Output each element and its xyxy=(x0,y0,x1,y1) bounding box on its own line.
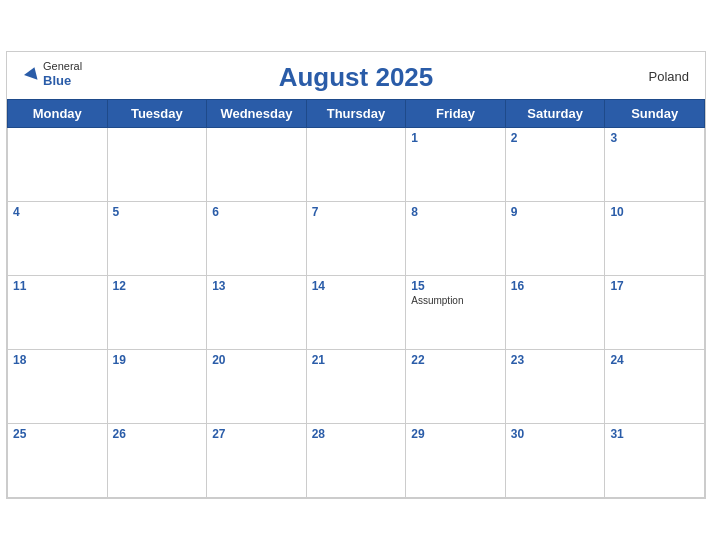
table-row: 20 xyxy=(207,350,307,424)
table-row: 8 xyxy=(406,202,506,276)
day-number: 10 xyxy=(610,205,699,219)
table-row: 27 xyxy=(207,424,307,498)
day-number: 14 xyxy=(312,279,401,293)
table-row: 24 xyxy=(605,350,705,424)
table-row: 25 xyxy=(8,424,108,498)
day-number: 16 xyxy=(511,279,600,293)
table-row xyxy=(107,128,207,202)
calendar-title: August 2025 xyxy=(279,62,434,93)
table-row: 18 xyxy=(8,350,108,424)
calendar-week-row: 45678910 xyxy=(8,202,705,276)
day-number: 24 xyxy=(610,353,699,367)
table-row: 9 xyxy=(505,202,605,276)
day-number: 3 xyxy=(610,131,699,145)
calendar-week-row: 1112131415Assumption1617 xyxy=(8,276,705,350)
table-row: 1 xyxy=(406,128,506,202)
day-number: 21 xyxy=(312,353,401,367)
weekday-tuesday: Tuesday xyxy=(107,100,207,128)
day-number: 22 xyxy=(411,353,500,367)
day-number: 19 xyxy=(113,353,202,367)
weekday-saturday: Saturday xyxy=(505,100,605,128)
weekday-wednesday: Wednesday xyxy=(207,100,307,128)
table-row: 31 xyxy=(605,424,705,498)
table-row: 15Assumption xyxy=(406,276,506,350)
svg-marker-0 xyxy=(24,65,41,80)
table-row xyxy=(207,128,307,202)
calendar-table: Monday Tuesday Wednesday Thursday Friday… xyxy=(7,99,705,498)
day-number: 6 xyxy=(212,205,301,219)
day-number: 17 xyxy=(610,279,699,293)
table-row: 22 xyxy=(406,350,506,424)
day-number: 13 xyxy=(212,279,301,293)
table-row: 12 xyxy=(107,276,207,350)
table-row: 10 xyxy=(605,202,705,276)
day-number: 5 xyxy=(113,205,202,219)
table-row: 26 xyxy=(107,424,207,498)
table-row xyxy=(306,128,406,202)
day-number: 20 xyxy=(212,353,301,367)
table-row: 11 xyxy=(8,276,108,350)
table-row: 6 xyxy=(207,202,307,276)
day-number: 29 xyxy=(411,427,500,441)
calendar-week-row: 123 xyxy=(8,128,705,202)
logo-area: General Blue xyxy=(23,60,82,89)
table-row: 4 xyxy=(8,202,108,276)
day-number: 12 xyxy=(113,279,202,293)
weekday-thursday: Thursday xyxy=(306,100,406,128)
day-number: 30 xyxy=(511,427,600,441)
day-number: 27 xyxy=(212,427,301,441)
table-row: 13 xyxy=(207,276,307,350)
table-row: 30 xyxy=(505,424,605,498)
table-row: 17 xyxy=(605,276,705,350)
table-row: 5 xyxy=(107,202,207,276)
calendar-container: General Blue August 2025 Poland Monday T… xyxy=(6,51,706,499)
table-row: 16 xyxy=(505,276,605,350)
day-number: 25 xyxy=(13,427,102,441)
table-row: 23 xyxy=(505,350,605,424)
calendar-header: General Blue August 2025 Poland xyxy=(7,52,705,99)
weekday-monday: Monday xyxy=(8,100,108,128)
weekday-friday: Friday xyxy=(406,100,506,128)
day-number: 11 xyxy=(13,279,102,293)
day-number: 23 xyxy=(511,353,600,367)
table-row: 2 xyxy=(505,128,605,202)
table-row: 7 xyxy=(306,202,406,276)
country-label: Poland xyxy=(649,68,689,83)
day-number: 15 xyxy=(411,279,500,293)
day-number: 18 xyxy=(13,353,102,367)
logo-general: General xyxy=(43,60,82,73)
calendar-week-row: 25262728293031 xyxy=(8,424,705,498)
day-number: 4 xyxy=(13,205,102,219)
weekday-header-row: Monday Tuesday Wednesday Thursday Friday… xyxy=(8,100,705,128)
table-row xyxy=(8,128,108,202)
day-event: Assumption xyxy=(411,295,500,306)
day-number: 1 xyxy=(411,131,500,145)
calendar-week-row: 18192021222324 xyxy=(8,350,705,424)
table-row: 3 xyxy=(605,128,705,202)
table-row: 19 xyxy=(107,350,207,424)
day-number: 7 xyxy=(312,205,401,219)
table-row: 28 xyxy=(306,424,406,498)
day-number: 9 xyxy=(511,205,600,219)
table-row: 29 xyxy=(406,424,506,498)
logo-icon xyxy=(23,65,41,83)
day-number: 31 xyxy=(610,427,699,441)
day-number: 26 xyxy=(113,427,202,441)
table-row: 21 xyxy=(306,350,406,424)
weekday-sunday: Sunday xyxy=(605,100,705,128)
day-number: 8 xyxy=(411,205,500,219)
table-row: 14 xyxy=(306,276,406,350)
day-number: 28 xyxy=(312,427,401,441)
day-number: 2 xyxy=(511,131,600,145)
logo-blue: Blue xyxy=(43,73,82,89)
